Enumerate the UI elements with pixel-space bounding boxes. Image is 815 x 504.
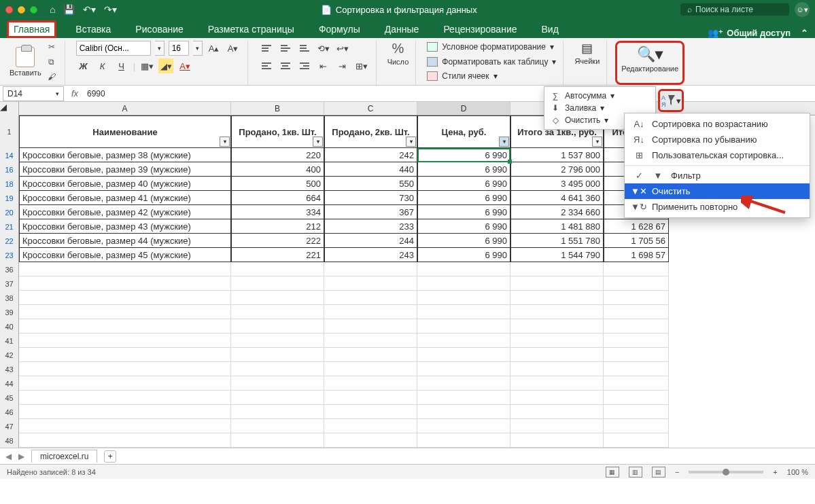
cell-E[interactable]: 2 796 000 [510, 162, 604, 177]
cell-C[interactable]: 367 [324, 205, 417, 219]
tab-home[interactable]: Главная [7, 20, 56, 38]
align-right-icon[interactable] [297, 59, 312, 73]
cell[interactable] [604, 376, 669, 391]
filter-dropdown-E[interactable]: ▾ [592, 137, 602, 147]
cell-F[interactable]: 1 698 57 [604, 248, 669, 262]
cell[interactable] [510, 334, 604, 348]
row-header[interactable]: 43 [0, 362, 19, 376]
cell[interactable] [604, 319, 669, 334]
sort-descending-item[interactable]: Я↓Сортировка по убыванию [625, 132, 810, 147]
cell-D[interactable]: 6 990 [417, 248, 510, 262]
align-center-icon[interactable] [278, 59, 293, 73]
cell[interactable] [19, 348, 231, 362]
cell-A[interactable]: Кроссовки беговые, размер 38 (мужские) [19, 148, 231, 162]
cell[interactable] [231, 376, 324, 391]
cell[interactable] [510, 405, 604, 419]
format-as-table-button[interactable]: Форматировать как таблицу ▾ [427, 56, 556, 68]
cell[interactable] [231, 334, 324, 348]
merge-cells-icon[interactable]: ⊞▾ [354, 58, 369, 73]
align-middle-icon[interactable] [278, 41, 293, 55]
row-header[interactable]: 37 [0, 276, 19, 291]
font-size-dropdown-icon[interactable]: ▾ [193, 41, 203, 56]
cell[interactable] [324, 419, 417, 433]
cell[interactable] [324, 334, 417, 348]
cell-E[interactable]: 1 544 790 [510, 248, 604, 262]
row-header[interactable]: 44 [0, 376, 19, 391]
cell-B[interactable]: 500 [231, 177, 324, 191]
cell[interactable] [417, 291, 510, 305]
cell-C[interactable]: 243 [324, 248, 417, 262]
cell[interactable] [324, 291, 417, 305]
cell[interactable] [19, 305, 231, 319]
cell[interactable] [19, 334, 231, 348]
row-header[interactable]: 19 [0, 191, 19, 205]
cell[interactable] [417, 334, 510, 348]
cell-C[interactable]: 550 [324, 177, 417, 191]
maximize-window-icon[interactable] [30, 6, 37, 14]
tab-formulas[interactable]: Формулы [313, 20, 366, 38]
cell-E[interactable]: 1 481 880 [510, 219, 604, 234]
cell-B[interactable]: 334 [231, 205, 324, 219]
cell[interactable] [417, 319, 510, 334]
select-all-corner[interactable]: ◢ [0, 102, 19, 115]
cell[interactable] [231, 348, 324, 362]
cell[interactable] [417, 276, 510, 291]
cell[interactable] [510, 362, 604, 376]
cell-A[interactable]: Кроссовки беговые, размер 39 (мужские) [19, 162, 231, 177]
home-icon[interactable]: ⌂ [50, 4, 55, 15]
cell-E[interactable]: 3 495 000 [510, 177, 604, 191]
cell[interactable] [324, 262, 417, 276]
undo-icon[interactable]: ↶▾ [83, 4, 96, 15]
cell[interactable] [231, 319, 324, 334]
cell-E[interactable]: 1 537 800 [510, 148, 604, 162]
cut-icon[interactable]: ✂ [46, 41, 58, 53]
decrease-font-icon[interactable]: A▾ [226, 41, 241, 56]
cell[interactable] [510, 348, 604, 362]
cell[interactable] [231, 291, 324, 305]
filter-dropdown-D[interactable]: ▾ [499, 137, 509, 147]
row-header[interactable]: 18 [0, 177, 19, 191]
decrease-indent-icon[interactable]: ⇤ [316, 58, 331, 73]
row-header[interactable]: 38 [0, 291, 19, 305]
cell-D[interactable]: 6 990 [417, 177, 510, 191]
cell[interactable] [324, 376, 417, 391]
cell[interactable] [510, 305, 604, 319]
cell[interactable] [510, 291, 604, 305]
row-header[interactable]: 23 [0, 248, 19, 262]
cell[interactable] [324, 319, 417, 334]
cell[interactable] [324, 348, 417, 362]
cell[interactable] [19, 291, 231, 305]
row-header-1[interactable]: 1 [0, 115, 19, 148]
cell-B[interactable]: 664 [231, 191, 324, 205]
redo-icon[interactable]: ↷▾ [104, 4, 117, 15]
cell[interactable] [510, 391, 604, 405]
row-header[interactable]: 42 [0, 348, 19, 362]
page-break-view-icon[interactable]: ▤ [652, 467, 665, 478]
row-header[interactable]: 36 [0, 262, 19, 276]
increase-font-icon[interactable]: A▴ [207, 41, 222, 56]
font-size-select[interactable] [169, 41, 189, 56]
chevron-down-icon[interactable]: ▾ [56, 90, 59, 97]
minimize-window-icon[interactable] [18, 6, 25, 14]
cell[interactable] [231, 405, 324, 419]
cell[interactable] [604, 419, 669, 433]
cell-styles-button[interactable]: Стили ячеек ▾ [427, 70, 556, 82]
col-header-C[interactable]: C [324, 102, 417, 115]
cell-A[interactable]: Кроссовки беговые, размер 42 (мужские) [19, 205, 231, 219]
filter-dropdown-B[interactable]: ▾ [313, 137, 323, 147]
tab-page-layout[interactable]: Разметка страницы [203, 20, 300, 38]
col-header-A[interactable]: A [19, 102, 231, 115]
zoom-level[interactable]: 100 % [787, 468, 808, 476]
cell[interactable] [324, 433, 417, 448]
row-header[interactable]: 14 [0, 148, 19, 162]
row-header[interactable]: 41 [0, 334, 19, 348]
fill-color-button[interactable]: ◢▾ [158, 58, 173, 73]
cell-D[interactable]: 6 990 [417, 148, 510, 162]
zoom-in-button[interactable]: + [773, 468, 777, 476]
cell[interactable] [417, 262, 510, 276]
cell-A[interactable]: Кроссовки беговые, размер 45 (мужские) [19, 248, 231, 262]
editing-button[interactable]: 🔍▾ Редактирование [621, 46, 678, 73]
cell-F[interactable]: 1 628 67 [604, 219, 669, 234]
tab-data[interactable]: Данные [379, 20, 425, 38]
row-header[interactable]: 40 [0, 319, 19, 334]
